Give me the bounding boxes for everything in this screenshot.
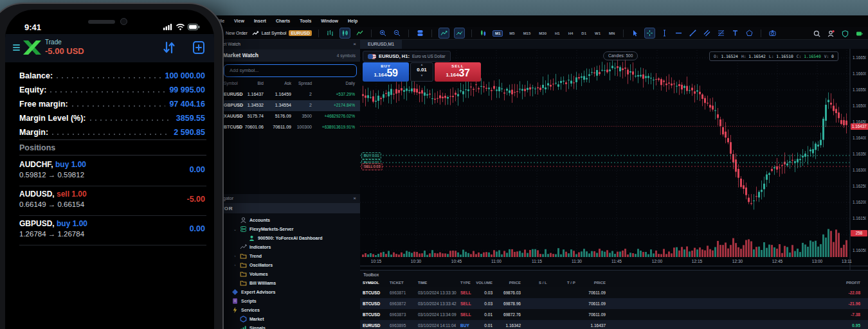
menu-insert[interactable]: Insert: [254, 15, 266, 28]
close-icon[interactable]: ×: [353, 195, 356, 201]
close-icon[interactable]: ×: [353, 41, 356, 47]
menu-view[interactable]: View: [234, 15, 244, 27]
positions-title: Positions: [19, 143, 55, 152]
navigator-item-trend[interactable]: ›Trend: [222, 251, 360, 260]
menu-charts[interactable]: Charts: [276, 15, 290, 27]
navigator-item-signals[interactable]: Signals: [222, 323, 360, 329]
front-camera: [120, 18, 127, 25]
market-watch-row-gbpusd[interactable]: GBPUSD1.345321.345542+2174.84%: [222, 100, 360, 111]
crosshair-icon[interactable]: [644, 28, 655, 39]
navigator-item-900500-yoforexai-dashboard[interactable]: 900500: YoForexAI Dashboard: [222, 233, 360, 242]
menu-help[interactable]: Help: [348, 15, 357, 27]
battery-icon: [188, 24, 200, 30]
last-symbol-button[interactable]: Last SymbolEURUSD: [252, 30, 312, 37]
bid-cell: 70601.06: [245, 125, 264, 129]
trendline-icon[interactable]: [688, 28, 698, 38]
sell-price-big: 37: [459, 67, 470, 78]
toolbar-separator: [471, 30, 472, 37]
timeframe-h4[interactable]: H4: [566, 30, 575, 37]
time-axis-label: 11:45: [611, 259, 622, 263]
menu-window[interactable]: Window: [321, 15, 338, 27]
add-symbol-input[interactable]: Add symbol...: [224, 64, 357, 77]
divider: [19, 155, 206, 156]
status-bar-time: 9:41: [24, 22, 41, 32]
price-axis-label: 1.16500: [853, 103, 866, 109]
navigator-item-market[interactable]: Market: [222, 314, 360, 323]
navigator-item-accounts[interactable]: Accounts: [222, 215, 360, 224]
timeframe-m1[interactable]: M1: [493, 30, 503, 37]
chart-area[interactable]: [360, 49, 868, 270]
toolbox-row-6963871[interactable]: BTCUSD696387103/10/2024 13:33:30SELL0.03…: [360, 287, 868, 298]
cursor-icon[interactable]: [630, 28, 640, 38]
header-actions: [163, 40, 205, 55]
timeframe-m15[interactable]: M15: [521, 30, 533, 37]
navigator-item-services[interactable]: Services: [222, 305, 360, 314]
timeframe-m30[interactable]: M30: [537, 30, 548, 37]
market-watch-titlebar[interactable]: Market Watch ×: [222, 40, 360, 50]
market-watch-row-xauusd[interactable]: XAUUSD5175.745176.093500+46829276.02%: [222, 111, 360, 122]
fibonacci-icon[interactable]: [716, 28, 726, 38]
volume-stepper[interactable]: ▲ 0.01 ▼: [410, 62, 433, 82]
line-chart-icon[interactable]: [355, 28, 365, 38]
position-prices: 1.26784 → 1.26784: [19, 230, 84, 238]
search-icon[interactable]: [812, 29, 822, 39]
transfer-icon[interactable]: [163, 40, 176, 55]
indicator-line-icon[interactable]: [454, 28, 465, 39]
navigator-item-flexymarkets-server[interactable]: ⌄FlexyMarkets-Server: [222, 224, 360, 233]
timeframe-d1[interactable]: D1: [579, 30, 588, 37]
channel-icon[interactable]: [702, 28, 712, 38]
timeframe-w1[interactable]: W1: [593, 30, 602, 37]
navigator-item-volumes[interactable]: Volumes: [222, 269, 360, 278]
mini-candles-icon[interactable]: [478, 28, 488, 38]
vline-icon[interactable]: [660, 28, 669, 38]
hline-icon[interactable]: [674, 28, 683, 38]
camera-icon[interactable]: [768, 28, 777, 38]
toolbox-row-6963895[interactable]: EURUSD696389503/10/2024 14:11:04BUY0.011…: [360, 320, 868, 329]
power-icon[interactable]: [854, 29, 864, 39]
timeframe-mn[interactable]: MN: [607, 30, 617, 37]
menu-icon[interactable]: [13, 44, 20, 52]
toolbox-row-6963873[interactable]: BTCUSD696387303/10/2024 13:34:09SELL0.01…: [360, 309, 868, 320]
spread-cell: 2: [309, 103, 312, 107]
sell-button[interactable]: SELL 1.16437: [435, 62, 481, 82]
chart-tab-eurusd-m1[interactable]: EURUSD,M1: [360, 40, 402, 49]
price-axis-label: 1.16050: [853, 248, 866, 253]
timeframe-h1[interactable]: H1: [553, 30, 562, 37]
shield-icon[interactable]: [840, 29, 850, 39]
position-side: buy 1.00: [55, 160, 86, 169]
ticket-cell: 6963873: [390, 312, 406, 317]
timeframe-m5[interactable]: M5: [507, 30, 516, 37]
candles-chart-icon[interactable]: [339, 28, 350, 39]
volume-down-icon[interactable]: ▼: [411, 74, 433, 77]
zoom-in-icon[interactable]: [378, 28, 388, 38]
tile-windows-icon[interactable]: [415, 28, 425, 38]
spread-cell: 3500: [302, 114, 312, 118]
navigator-item-oscillators[interactable]: ›Oscillators: [222, 260, 360, 269]
navigator-item-indicators[interactable]: Indicators: [222, 242, 360, 251]
bars-chart-icon[interactable]: [325, 28, 335, 38]
market-watch-row-eurusd[interactable]: EURUSD1.164371.164592+537.29%: [222, 89, 360, 100]
toolbox-row-6963872[interactable]: BTCUSD696387203/10/2024 13:33:42SELL0.03…: [360, 298, 868, 309]
toolbox-header-row: SYMBOLTICKETTIMETYPEVOLUMEPRICES / LT / …: [360, 279, 868, 288]
text-tool-icon[interactable]: [730, 28, 740, 38]
buy-button[interactable]: BUY 1.16459: [363, 62, 409, 82]
navigator-item-scripts[interactable]: Scripts: [222, 296, 360, 305]
indicator-arrow-icon[interactable]: [439, 28, 449, 39]
symbol-cell: BTCUSD: [224, 125, 242, 129]
symbol-cell: BTCUSD: [363, 312, 380, 317]
market-watch-row-btcusd[interactable]: BTCUSD70601.0670611.09100300+638913619.9…: [222, 122, 360, 133]
position-row-gbpusd[interactable]: GBPUSD, buy 1.001.26784 → 1.267840.00: [19, 215, 206, 245]
type-cell: SELL: [460, 312, 471, 317]
profile-icon[interactable]: [826, 29, 836, 39]
navigator-item-expert-advisors[interactable]: Expert Advisors: [222, 287, 360, 296]
position-row-audchf[interactable]: AUDCHF, buy 1.000.59812 → 0.598120.00: [19, 156, 206, 186]
shapes-icon[interactable]: [745, 28, 754, 38]
profit-cell: 0.95: [852, 323, 860, 328]
new-document-icon[interactable]: [192, 40, 205, 55]
zoom-out-icon[interactable]: [392, 28, 402, 38]
symbol-cell: BTCUSD: [363, 290, 380, 295]
menu-tools[interactable]: Tools: [300, 15, 311, 27]
buy-price-big: 59: [387, 67, 398, 78]
position-row-audusd[interactable]: AUDUSD, sell 1.000.66149 → 0.66154-5.00: [19, 186, 206, 216]
navigator-item-bill-williams[interactable]: Bill Williams: [222, 278, 360, 287]
